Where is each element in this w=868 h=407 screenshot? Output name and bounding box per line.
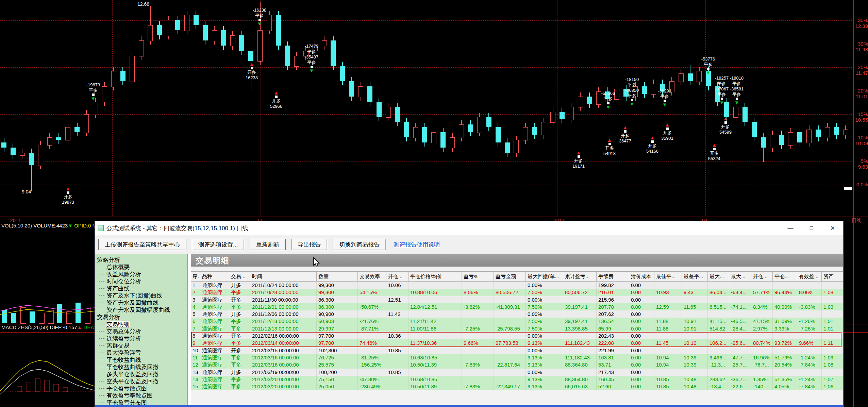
column-header-5[interactable]: 交易效率 [358, 272, 386, 281]
column-header-0[interactable]: 序. [191, 272, 200, 281]
column-header-8[interactable]: 盈亏% [462, 272, 494, 281]
sidebar-item-15[interactable]: 平仓收益曲线及回撤 [95, 363, 187, 371]
column-header-13[interactable]: 滑价成本 [629, 272, 654, 281]
volume-bar-down [11, 313, 16, 323]
sidebar-item-5[interactable]: 资产及水下(回撤)曲线 [95, 292, 187, 299]
table-row-12[interactable]: 12通策医疗平多2012/03/16 00:00:0025,575-156.25… [191, 361, 843, 368]
report-tree: 策略分析总体概要收益风险分析时间仓位分析资产曲线资产及水下(回撤)曲线资产升水及… [95, 254, 187, 407]
sidebar-item-7[interactable]: 资产升水及回撤幅度曲线 [95, 306, 187, 313]
sidebar-item-13[interactable]: 最大浮盈浮亏 [95, 349, 187, 356]
sidebar-item-12[interactable]: 离群交易 [95, 342, 187, 349]
trade-marker-buy: ▲开多54599 [714, 116, 737, 135]
sidebar-item-11[interactable]: 连续盈亏分析 [95, 335, 187, 342]
maximize-button[interactable]: □ [801, 225, 822, 232]
table-row-11[interactable]: 11通策医疗平多2012/03/16 00:00:0076,725-31.25%… [191, 354, 843, 361]
table-row-14[interactable]: 14通策医疗平多2012/03/20 00:00:0075,150-47.30%… [191, 376, 843, 383]
marker-text: 开多 [56, 194, 80, 200]
column-header-10[interactable]: 最大回撤(单... [526, 272, 563, 281]
cell: 12.59 [654, 303, 682, 310]
table-row-8[interactable]: 8通策医疗开多2012/02/16 00:00:0097,70010.360.0… [191, 332, 843, 339]
column-header-9[interactable]: 盈亏金额 [494, 272, 526, 281]
candle-up [47, 137, 52, 146]
cell [563, 310, 597, 318]
cell: 平多 [229, 303, 250, 310]
marker-box-icon [651, 140, 654, 143]
column-header-3[interactable]: 时间 [250, 272, 317, 281]
column-header-17[interactable]: 最大... [729, 272, 751, 281]
sidebar-item-2[interactable]: 收益风险分析 [95, 271, 187, 278]
column-header-11[interactable]: 累计盈亏... [563, 272, 597, 281]
sidebar-item-14[interactable]: 平仓收益曲线 [95, 356, 187, 363]
tree-scrollbar[interactable] [187, 254, 191, 407]
sidebar-item-17[interactable]: 空头平仓收益及回撤 [95, 378, 187, 385]
table-row-13[interactable]: 13通策医疗开多2012/03/19 00:00:00100,20010.850… [191, 369, 843, 376]
candle-up [523, 127, 528, 141]
table-row-9[interactable]: 9通策医疗平多2012/03/14 00:00:0097,70074.46%11… [191, 339, 843, 346]
sidebar-item-16[interactable]: 多头平仓收益及回撤 [95, 371, 187, 378]
sidebar-item-8[interactable]: 交易分析 [95, 313, 187, 321]
switch-simple-report-button[interactable]: 切换到简易报告 [333, 239, 386, 250]
column-header-6[interactable]: 开仓... [386, 272, 408, 281]
column-header-1[interactable]: 品种 [200, 272, 229, 281]
column-header-18[interactable]: 开仓... [751, 272, 773, 281]
cell: 97,700 [317, 339, 358, 346]
cell: 11.42 [386, 310, 408, 318]
export-report-button[interactable]: 导出报告 [291, 239, 327, 250]
marker-box-icon [608, 143, 611, 145]
close-button[interactable]: ✕ [822, 225, 843, 232]
column-header-19[interactable]: 平仓... [773, 272, 797, 281]
candle-up [569, 107, 574, 120]
refresh-button[interactable]: 重新刷新 [250, 239, 286, 250]
column-header-7[interactable]: 平仓价格/均价 [408, 272, 462, 281]
candle-up [806, 130, 812, 143]
volume-readout: VOL(5,10,20) VOLUME:4423▼ OPID:0 MA1:468 [1, 223, 95, 228]
trade-marker-buy: ▲开多55324 [702, 143, 726, 162]
sidebar-item-4[interactable]: 资产曲线 [95, 285, 187, 292]
table-row-3[interactable]: 3通策医疗开多2011/11/30 00:00:0086,30012.510.0… [191, 296, 843, 303]
trade-marker-sell: -53776平多▼ [696, 56, 720, 75]
dialog-titlebar[interactable]: 公式测试系统 - 其它：四波流交易(15,12,15,100,1) 日线 — □… [95, 221, 843, 235]
sidebar-item-10[interactable]: 交易总体分析 [95, 328, 187, 335]
column-header-14[interactable]: 最佳平... [654, 272, 682, 281]
sidebar-item-9[interactable]: 交易明细 [95, 321, 187, 328]
table-row-2[interactable]: 2通策医疗平多2011/10/28 00:00:0099,30054.15%10… [191, 289, 843, 296]
report-help-link[interactable]: 测评报告使用说明 [394, 241, 440, 249]
sidebar-item-18[interactable]: 平仓盈亏散点图 [95, 385, 187, 392]
column-header-21[interactable]: 资产 [822, 272, 843, 281]
sidebar-item-19[interactable]: 有效盈亏率散点图 [95, 392, 187, 399]
table-row-4[interactable]: 4通策医疗平多2011/12/01 00:00:0086,300-50.67%1… [191, 303, 843, 310]
sidebar-item-6[interactable]: 资产升水及回撤曲线 [95, 299, 187, 306]
cell: 106,2... [708, 339, 729, 346]
column-header-16[interactable]: 最大... [708, 272, 729, 281]
column-header-15[interactable]: 最差平... [682, 272, 708, 281]
column-header-4[interactable]: 数量 [317, 272, 358, 281]
upload-report-button[interactable]: 上传测评报告至策略共享中心 [98, 239, 186, 250]
cell [358, 347, 386, 354]
column-header-12[interactable]: 手续费 [597, 272, 629, 281]
candle-up [358, 86, 363, 97]
column-header-2[interactable]: 交易... [229, 272, 250, 281]
option-settings-button[interactable]: 测评选项设置... [192, 239, 244, 250]
minimize-button[interactable]: — [780, 225, 801, 232]
sidebar-item-0[interactable]: 策略分析 [95, 256, 187, 264]
opid-value: OPID:0 [74, 223, 91, 228]
table-row-10[interactable]: 10通策医疗开多2012/03/15 00:00:00102,30010.850… [191, 347, 843, 354]
table-row-5[interactable]: 5通策医疗开多2011/12/06 00:00:0090,90011.420.0… [191, 310, 843, 318]
cell: 1,11 [822, 339, 843, 346]
sidebar-item-1[interactable]: 总体概要 [95, 264, 187, 271]
cell: 2011/12/13 00:00:00 [250, 325, 317, 332]
table-row-15[interactable]: 15通策医疗平多2012/03/20 00:00:0025,050-236.49… [191, 383, 843, 390]
table-row-1[interactable]: 1通策医疗开多2011/10/24 00:00:0099,30010.060.0… [191, 282, 843, 289]
column-header-20[interactable]: 有效盈... [797, 272, 822, 281]
price-chart-pane[interactable]: 12.689.04▲开多19873-19873平多▼-16238平多▼▲开多16… [0, 0, 868, 217]
volume-bar-down [2, 310, 7, 323]
cell: 9.13% [526, 383, 563, 390]
cell: 通策医疗 [200, 347, 229, 354]
marker-text: -35487 [300, 54, 323, 60]
cell: 1,01 [822, 318, 843, 325]
sidebar-item-3[interactable]: 时间仓位分析 [95, 278, 187, 285]
cell [494, 310, 526, 318]
cell: 10.39 [682, 354, 708, 361]
table-row-6[interactable]: 6通策医疗平多2011/12/13 00:00:0060,903-21.76%1… [191, 318, 843, 325]
table-row-7[interactable]: 7通策医疗平多2011/12/13 00:00:0029,997-87.71%1… [191, 325, 843, 332]
